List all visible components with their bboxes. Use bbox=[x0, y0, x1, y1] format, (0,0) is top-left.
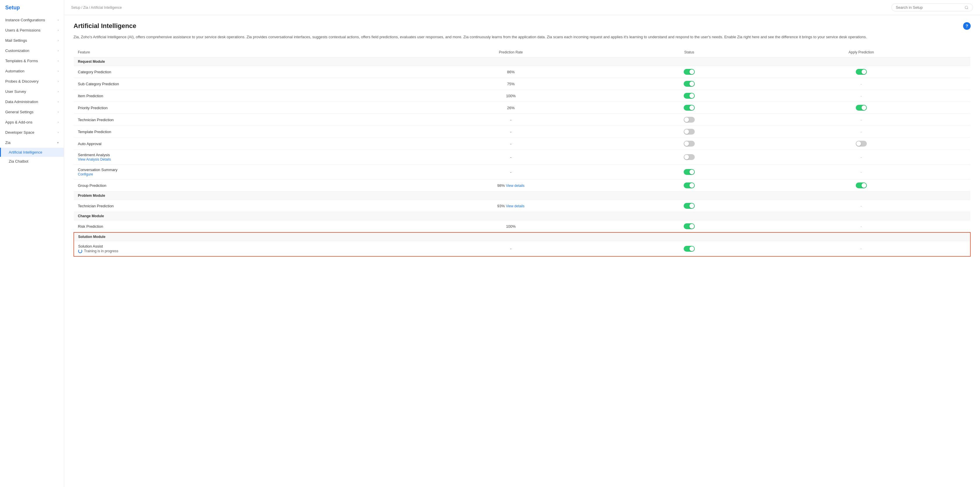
rate-link[interactable]: View details bbox=[506, 184, 524, 188]
sidebar-item-zia[interactable]: Zia▾ bbox=[0, 137, 64, 148]
sidebar-item-data-administration[interactable]: Data Administration› bbox=[0, 97, 64, 107]
sidebar-item-instance-config[interactable]: Instance Configurations› bbox=[0, 15, 64, 25]
toggle-switch[interactable] bbox=[684, 129, 695, 134]
toggle-switch[interactable] bbox=[684, 141, 695, 147]
sidebar-item-apps-addons[interactable]: Apps & Add-ons› bbox=[0, 117, 64, 127]
feature-name: Risk Prediction bbox=[78, 224, 391, 228]
feature-name: Item Prediction bbox=[78, 94, 391, 98]
toggle-switch[interactable] bbox=[684, 69, 695, 75]
col-status: Status bbox=[627, 47, 752, 57]
table-row: Technician Prediction-- bbox=[74, 114, 970, 126]
sidebar-item-general-settings[interactable]: General Settings› bbox=[0, 107, 64, 117]
module-header-row: Solution Module bbox=[74, 232, 970, 241]
help-button[interactable]: ? bbox=[963, 22, 970, 30]
toggle-switch[interactable] bbox=[684, 224, 695, 229]
module-name: Request Module bbox=[74, 57, 970, 66]
svg-point-0 bbox=[965, 6, 968, 8]
feature-cell: Technician Prediction bbox=[74, 200, 395, 212]
toggle-switch[interactable] bbox=[856, 105, 867, 111]
toggle-switch[interactable] bbox=[684, 117, 695, 123]
sidebar-item-users-permissions[interactable]: Users & Permissions› bbox=[0, 25, 64, 35]
sidebar: Setup Instance Configurations›Users & Pe… bbox=[0, 0, 64, 487]
sidebar-item-customization[interactable]: Customization› bbox=[0, 46, 64, 56]
training-icon bbox=[78, 249, 82, 253]
rate-cell: 100% bbox=[395, 90, 627, 102]
rate-cell: - bbox=[395, 241, 627, 257]
sidebar-item-templates-forms[interactable]: Templates & Forms› bbox=[0, 56, 64, 66]
sidebar-title: Setup bbox=[0, 0, 64, 15]
apply-prediction-cell: - bbox=[752, 200, 970, 212]
feature-sub-link[interactable]: Configure bbox=[78, 172, 93, 176]
rate-link[interactable]: View details bbox=[506, 204, 524, 208]
sidebar-item-mail-settings[interactable]: Mail Settings› bbox=[0, 35, 64, 46]
status-cell bbox=[627, 241, 752, 257]
toggle-switch[interactable] bbox=[684, 169, 695, 175]
table-row: Priority Prediction26% bbox=[74, 102, 970, 114]
feature-name: Category Prediction bbox=[78, 70, 391, 74]
chevron-right-icon: › bbox=[58, 90, 59, 93]
sidebar-item-probes-discovery[interactable]: Probes & Discovery› bbox=[0, 76, 64, 86]
search-input[interactable] bbox=[896, 5, 962, 10]
rate-cell: 98% View details bbox=[395, 180, 627, 192]
training-badge: Training is in progress bbox=[78, 249, 391, 253]
sidebar-item-label: Zia bbox=[5, 141, 11, 145]
module-header-row: Request Module bbox=[74, 57, 970, 66]
toggle-switch[interactable] bbox=[684, 105, 695, 111]
toggle-switch[interactable] bbox=[856, 182, 867, 188]
table-row: Category Prediction86% bbox=[74, 66, 970, 78]
feature-name: Conversation Summary bbox=[78, 168, 391, 172]
rate-cell: 75% bbox=[395, 78, 627, 90]
sidebar-item-automation[interactable]: Automation› bbox=[0, 66, 64, 76]
status-cell bbox=[627, 66, 752, 78]
rate-cell: - bbox=[395, 126, 627, 138]
feature-cell: Priority Prediction bbox=[74, 102, 395, 114]
toggle-switch[interactable] bbox=[684, 182, 695, 188]
feature-sub-link[interactable]: View Analysis Details bbox=[78, 157, 111, 161]
table-row: Conversation SummaryConfigure-- bbox=[74, 164, 970, 180]
col-prediction-rate: Prediction Rate bbox=[395, 47, 627, 57]
toggle-switch[interactable] bbox=[684, 81, 695, 87]
chevron-down-icon: ▾ bbox=[57, 141, 59, 144]
col-feature: Feature bbox=[74, 47, 395, 57]
rate-cell: 100% bbox=[395, 220, 627, 233]
col-apply-prediction: Apply Prediction bbox=[752, 47, 970, 57]
apply-prediction-cell: - bbox=[752, 220, 970, 233]
table-row: Item Prediction100%- bbox=[74, 90, 970, 102]
toggle-switch[interactable] bbox=[856, 141, 867, 147]
status-cell bbox=[627, 78, 752, 90]
breadcrumb: Setup / Zia / Artificial Intelligence bbox=[71, 6, 122, 10]
main-content: Setup / Zia / Artificial Intelligence Ar… bbox=[64, 0, 980, 487]
apply-prediction-cell bbox=[752, 138, 970, 150]
feature-cell: Sub Category Prediction bbox=[74, 78, 395, 90]
feature-cell: Sentiment AnalysisView Analysis Details bbox=[74, 150, 395, 164]
sidebar-item-developer-space[interactable]: Developer Space› bbox=[0, 127, 64, 137]
feature-name: Sub Category Prediction bbox=[78, 82, 391, 86]
table-row: Sentiment AnalysisView Analysis Details-… bbox=[74, 150, 970, 164]
toggle-switch[interactable] bbox=[684, 203, 695, 209]
search-icon bbox=[964, 6, 969, 10]
training-text: Training is in progress bbox=[84, 249, 118, 253]
sidebar-sub-item-artificial-intelligence[interactable]: Artificial Intelligence bbox=[0, 148, 64, 157]
sidebar-item-user-survey[interactable]: User Survey› bbox=[0, 86, 64, 97]
module-header-row: Change Module bbox=[74, 212, 970, 220]
sidebar-item-label: User Survey bbox=[5, 89, 26, 94]
rate-cell: - bbox=[395, 150, 627, 164]
chevron-right-icon: › bbox=[58, 110, 59, 113]
feature-name: Group Prediction bbox=[78, 184, 391, 188]
toggle-switch[interactable] bbox=[684, 246, 695, 252]
sidebar-sub-item-zia-chatbot[interactable]: Zia Chatbot bbox=[0, 157, 64, 166]
svg-line-1 bbox=[967, 8, 968, 9]
feature-cell: Item Prediction bbox=[74, 90, 395, 102]
status-cell bbox=[627, 164, 752, 180]
feature-name: Template Prediction bbox=[78, 129, 391, 134]
toggle-switch[interactable] bbox=[856, 69, 867, 75]
page-header: Artificial Intelligence ? bbox=[73, 22, 970, 30]
apply-prediction-cell: - bbox=[752, 114, 970, 126]
page-title: Artificial Intelligence bbox=[73, 22, 136, 30]
toggle-switch[interactable] bbox=[684, 93, 695, 99]
table-row: Group Prediction98% View details bbox=[74, 180, 970, 192]
toggle-switch[interactable] bbox=[684, 154, 695, 160]
search-box[interactable] bbox=[891, 3, 973, 11]
sidebar-item-label: Automation bbox=[5, 69, 24, 73]
apply-prediction-cell: - bbox=[752, 126, 970, 138]
